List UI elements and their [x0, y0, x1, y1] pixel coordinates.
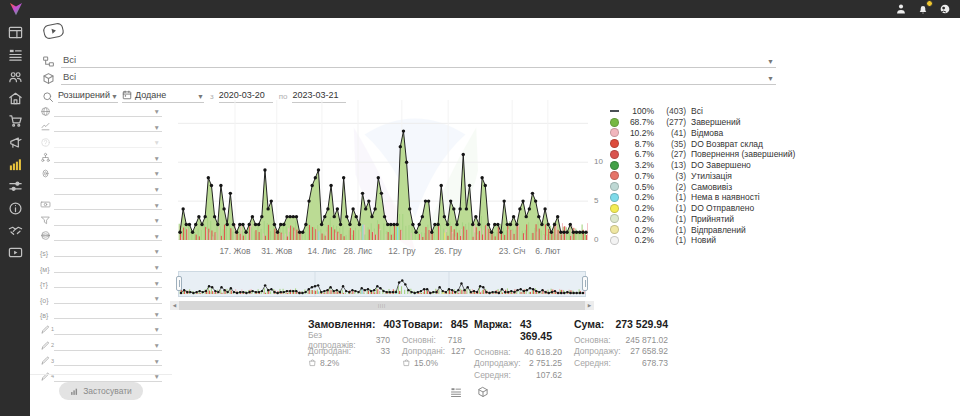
legend-item[interactable]: 0.5%(2)Самовивіз — [610, 181, 795, 192]
legend-label: Відмова — [691, 128, 723, 138]
store-icon — [8, 91, 23, 106]
sidebar-item-partners[interactable] — [8, 223, 23, 238]
legend-item[interactable]: 8.7%(35)DO Возврат склад — [610, 138, 795, 149]
panel-filter-funnel: ▼ — [40, 210, 162, 226]
legend-item[interactable]: 0.2%(1)Нема в наявності — [610, 192, 795, 203]
panel-filter-select[interactable]: ▼ — [54, 183, 162, 195]
stat-column: Сума:273 529.94Основна:245 871.02Допрода… — [574, 318, 668, 381]
sidebar-item-info[interactable] — [8, 201, 23, 216]
panel-filter-select[interactable]: ▼ — [54, 105, 162, 117]
stat-sub-label: Середня: — [574, 358, 611, 368]
legend-count: (1) — [658, 203, 686, 213]
legend-dot-swatch — [610, 214, 619, 223]
navigator-left-handle[interactable] — [176, 276, 182, 291]
globe-icon — [40, 106, 51, 117]
panel-filter-select[interactable]: ▼ — [54, 198, 162, 210]
chevron-down-icon: ▼ — [154, 343, 162, 350]
sidebar-item-marketing[interactable] — [8, 135, 23, 150]
legend-item[interactable]: 0.2%(1)Відправлений — [610, 224, 795, 235]
x-tick-label: 12. Гру — [388, 246, 415, 256]
panel-filter-select[interactable]: ▼ — [54, 276, 162, 288]
product-select[interactable]: Всі ▼ — [61, 71, 776, 85]
panel-filter-cube: ▼ — [40, 179, 162, 195]
report-video-icon[interactable] — [42, 21, 66, 41]
chevron-down-icon: ▼ — [154, 156, 162, 163]
sidebar-item-purchases[interactable] — [8, 113, 23, 128]
bag-icon — [402, 358, 411, 367]
stat-sub-value: 245 871.02 — [625, 335, 668, 345]
legend-item[interactable]: 100%(403)Всі — [610, 106, 795, 117]
legend-percent: 0.5% — [624, 182, 654, 192]
legend-item[interactable]: 0.2%(1)Новий — [610, 235, 795, 246]
legend-percent: 3.2% — [624, 160, 654, 170]
brace-var-icon: {в} — [40, 312, 54, 319]
legend-item[interactable]: 3.2%(13)DO Завершено — [610, 160, 795, 171]
scroll-left-button[interactable]: ◀ — [170, 301, 179, 310]
sidebar-item-automation[interactable] — [8, 179, 23, 194]
stat-subrow: Допродажу:27 658.92 — [574, 346, 668, 358]
hierarchy-icon — [40, 152, 54, 163]
sidebar-item-dashboard[interactable] — [8, 25, 23, 40]
stat-title: Маржа: — [474, 318, 512, 342]
panel-filter-select[interactable]: ▼ — [54, 307, 162, 319]
stat-subrow: Допродані:127 — [402, 346, 462, 358]
product-view-icon[interactable] — [477, 386, 489, 398]
grip-icon: |||| — [378, 304, 386, 308]
legend-item[interactable]: 10.2%(41)Відмова — [610, 128, 795, 139]
scrollbar-thumb[interactable]: |||| — [179, 301, 585, 310]
navigator-right-handle[interactable] — [582, 276, 588, 291]
legend-percent: 0.2% — [624, 225, 654, 235]
panel-filter-select[interactable]: ▼ — [54, 339, 162, 351]
panel-filter-select[interactable]: ▼ — [54, 214, 162, 226]
legend-count: (403) — [658, 106, 686, 116]
legend-item[interactable]: 6.7%(27)Повернення (завершений) — [610, 149, 795, 160]
profile-icon[interactable] — [939, 3, 951, 15]
chart-icon — [8, 157, 23, 172]
panel-filter-globe: ▼ — [40, 101, 162, 117]
chevron-down-icon: ▼ — [154, 312, 162, 319]
stat-subrow: Основні:718 — [402, 334, 462, 346]
pencil-icon: 1 — [40, 324, 54, 335]
notifications-icon[interactable] — [917, 3, 929, 15]
panel-filter-select[interactable]: ▼ — [54, 323, 162, 335]
sidebar-item-store[interactable] — [8, 91, 23, 106]
chevron-down-icon: ▼ — [154, 281, 162, 288]
sidebar-item-analytics[interactable] — [8, 157, 23, 172]
apply-button[interactable]: Застосувати — [59, 382, 143, 400]
stat-sub-label: Допродажу: — [574, 346, 621, 356]
panel-filter-select[interactable]: ▼ — [54, 151, 162, 163]
orders-chart-card: 0510 17. Жов31. Жов14. Лис28. Лис12. Гру… — [170, 95, 798, 315]
sidebar-item-customers[interactable] — [8, 69, 23, 84]
panel-filter-select[interactable]: ▼ — [54, 245, 162, 257]
legend-item[interactable]: 0.2%(1)Прийнятий — [610, 214, 795, 225]
legend-dot-swatch — [610, 139, 619, 148]
category-select[interactable]: Всі ▼ — [61, 54, 776, 68]
legend-item[interactable]: 0.7%(3)Утилізація — [610, 171, 795, 182]
stat-sub-value: 33 — [381, 346, 390, 356]
scroll-right-button[interactable]: ▶ — [585, 301, 594, 310]
panel-filter-select[interactable]: ▼ — [54, 120, 162, 132]
panel-filter-select[interactable]: ▼ — [54, 167, 162, 179]
panel-filter-select[interactable]: ▼ — [54, 229, 162, 241]
legend-item[interactable]: 68.7%(277)Завершений — [610, 117, 795, 128]
panel-filter-var-м: {м}▼ — [40, 257, 162, 273]
legend-count: (41) — [658, 128, 686, 138]
y-tick-label: 0 — [594, 235, 598, 244]
stat-value: 43 369.45 — [520, 318, 562, 342]
sidebar-item-orders[interactable] — [8, 47, 23, 62]
stat-header: Замовлення:403 — [308, 318, 390, 330]
panel-filter-select[interactable]: ▼ — [54, 354, 162, 366]
chart-navigator[interactable] — [178, 271, 586, 297]
stat-sub-label: Середня: — [474, 370, 511, 380]
panel-filter-select[interactable]: ▼ — [54, 292, 162, 304]
chart-scrollbar: ◀ |||| ▶ — [170, 301, 594, 310]
stat-title: Замовлення: — [308, 318, 375, 330]
list-view-icon[interactable] — [450, 386, 462, 398]
panel-filter-select[interactable]: ▼ — [54, 261, 162, 273]
legend-count: (35) — [658, 139, 686, 149]
legend-item[interactable]: 0.2%(1)DO Отправлено — [610, 203, 795, 214]
chevron-down-icon: ▼ — [154, 203, 162, 210]
user-icon[interactable] — [895, 3, 907, 15]
sidebar-item-videos[interactable] — [8, 245, 23, 260]
stat-title: Сума: — [574, 318, 604, 330]
